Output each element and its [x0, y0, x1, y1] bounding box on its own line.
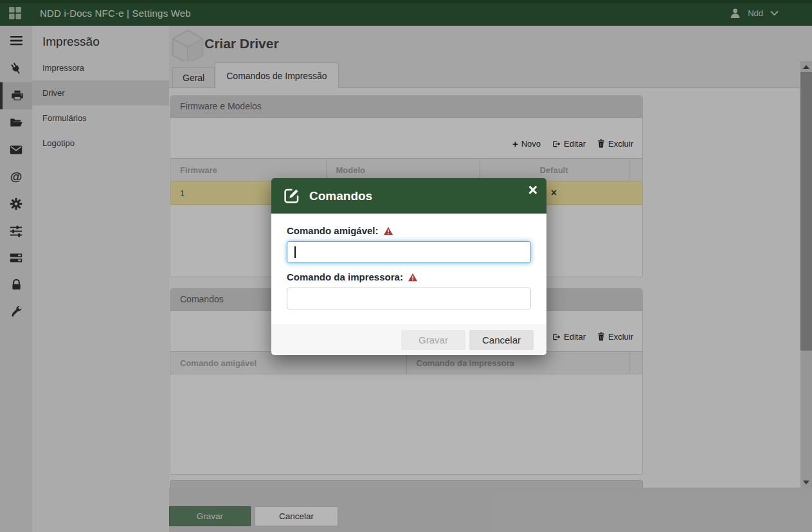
modal-gravar-button[interactable]: Gravar	[401, 330, 465, 350]
comando-da-impressora-input[interactable]	[287, 288, 531, 309]
field-label-comando-da-impressora: Comando da impressora:	[287, 271, 531, 282]
modal-footer: Gravar Cancelar	[271, 324, 546, 355]
modal-header: Comandos ×	[271, 178, 546, 214]
text-caret	[294, 246, 296, 258]
app-window: NDD i-Docs NFC-e | Settings Web Ndd	[0, 0, 812, 532]
field-label-comando-amigavel: Comando amigável:	[287, 225, 531, 236]
warning-icon	[408, 273, 418, 282]
comandos-modal: Comandos × Comando amigável: Comando da …	[271, 178, 546, 355]
warning-icon	[383, 226, 393, 235]
edit-square-icon	[283, 187, 300, 205]
modal-cancelar-button[interactable]: Cancelar	[469, 330, 534, 350]
modal-body: Comando amigável: Comando da impressora:	[271, 214, 546, 324]
modal-title: Comandos	[309, 189, 372, 203]
close-icon[interactable]: ×	[528, 180, 537, 199]
comando-amigavel-input[interactable]	[287, 241, 531, 263]
